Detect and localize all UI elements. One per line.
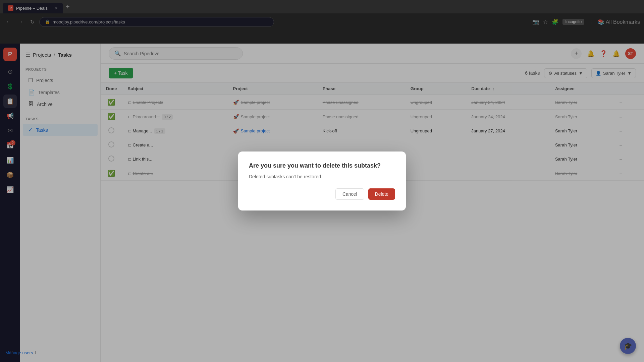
cancel-button[interactable]: Cancel: [335, 188, 364, 200]
modal-title: Are you sure you want to delete this sub…: [249, 162, 395, 169]
delete-button[interactable]: Delete: [368, 188, 395, 200]
modal-overlay: Are you sure you want to delete this sub…: [0, 0, 644, 362]
modal-body: Deleted subtasks can't be restored.: [249, 173, 395, 180]
delete-subtask-modal: Are you sure you want to delete this sub…: [238, 152, 406, 210]
modal-actions: Cancel Delete: [249, 188, 395, 200]
